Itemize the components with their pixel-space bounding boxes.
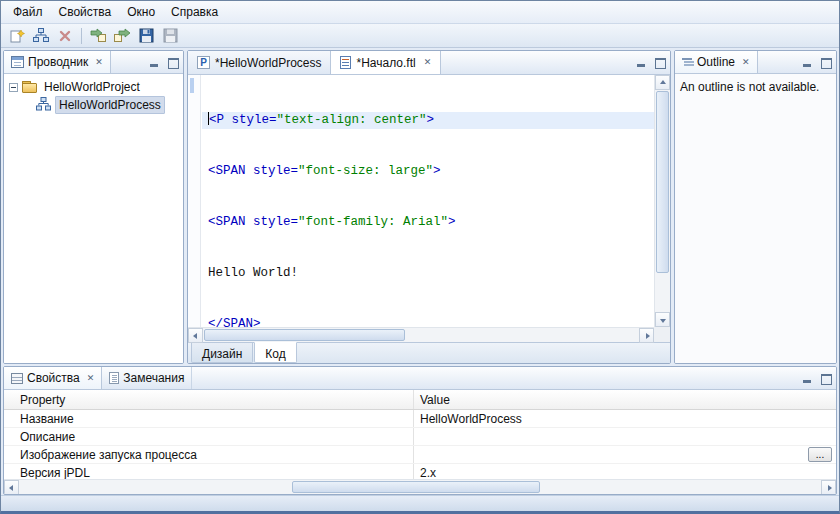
close-icon[interactable]: ✕: [742, 58, 750, 67]
minimize-icon[interactable]: [800, 56, 815, 69]
horizontal-scrollbar[interactable]: [188, 327, 654, 342]
maximize-icon[interactable]: [652, 56, 667, 69]
property-value[interactable]: ...: [414, 446, 836, 463]
properties-panel: Свойства ✕ Замечания Property Value Назв…: [3, 366, 837, 495]
property-value[interactable]: HelloWorldProcess: [414, 410, 836, 427]
menu-file[interactable]: Файл: [5, 2, 51, 22]
collapse-icon[interactable]: [9, 83, 18, 92]
project-label: HelloWorldProject: [41, 79, 143, 95]
scroll-right-icon[interactable]: [639, 328, 654, 343]
scrollbar-corner: [654, 327, 670, 342]
process-icon: [36, 97, 51, 114]
outline-message: An outline is not available.: [675, 74, 836, 363]
minimize-icon[interactable]: [634, 56, 649, 69]
menu-properties[interactable]: Свойства: [51, 2, 120, 22]
table-row[interactable]: Название HelloWorldProcess: [4, 410, 836, 428]
scroll-left-icon[interactable]: [188, 328, 203, 343]
code-line[interactable]: <SPAN style="font-family: Arial">: [208, 214, 654, 231]
explorer-icon: [11, 56, 24, 68]
annotation-ruler[interactable]: [188, 75, 201, 327]
vertical-scrollbar[interactable]: [654, 75, 670, 327]
application-window: Файл Свойства Окно Справка: [0, 0, 840, 514]
property-value[interactable]: 2.x: [414, 464, 836, 479]
outline-icon: [682, 57, 693, 68]
tree-item-project[interactable]: HelloWorldProject: [4, 78, 183, 96]
import-button[interactable]: [86, 25, 110, 47]
tab-helloworldprocess[interactable]: P *HelloWorldProcess: [188, 51, 331, 74]
close-icon[interactable]: ✕: [424, 58, 432, 67]
close-icon[interactable]: ✕: [87, 374, 95, 383]
save-all-button[interactable]: [158, 25, 182, 47]
tab-properties[interactable]: Свойства ✕: [4, 367, 102, 389]
scroll-right-icon[interactable]: [821, 480, 836, 495]
process-editor-icon: P: [197, 56, 210, 69]
folder-icon: [22, 81, 37, 93]
browse-button[interactable]: ...: [808, 447, 832, 462]
new-process-button[interactable]: [29, 25, 53, 47]
properties-horizontal-scrollbar[interactable]: [4, 479, 836, 494]
status-bar: [1, 495, 839, 511]
main-area: Проводник ✕ HelloWorldProject: [1, 48, 839, 366]
menu-bar: Файл Свойства Окно Справка: [1, 1, 839, 23]
editor-panel: P *HelloWorldProcess *Начало.ftl ✕ <P st…: [187, 50, 671, 364]
outline-header: Outline ✕: [675, 51, 836, 74]
scrollbar-thumb[interactable]: [204, 329, 405, 341]
minimize-icon[interactable]: [800, 372, 815, 385]
scroll-up-icon[interactable]: [655, 75, 670, 90]
code-editor[interactable]: <P style="text-align: center"> <SPAN sty…: [202, 75, 654, 327]
tab-design[interactable]: Дизайн: [191, 343, 253, 363]
explorer-panel: Проводник ✕ HelloWorldProject: [3, 50, 184, 364]
editor-tab-bar: P *HelloWorldProcess *Начало.ftl ✕: [188, 51, 670, 75]
column-header-property: Property: [4, 390, 414, 409]
project-tree: HelloWorldProject HelloWorldProcess: [4, 74, 183, 363]
property-name: Описание: [4, 428, 414, 445]
tab-notes[interactable]: Замечания: [102, 367, 192, 389]
property-value[interactable]: [414, 428, 836, 445]
scrollbar-thumb[interactable]: [656, 91, 669, 273]
notes-icon: [109, 372, 119, 384]
tab-code[interactable]: Код: [254, 342, 296, 363]
close-icon[interactable]: ✕: [95, 58, 103, 67]
form-file-icon: [340, 56, 351, 69]
properties-tab-label: Свойства: [27, 371, 80, 385]
table-header-row: Property Value: [4, 390, 836, 410]
table-row[interactable]: Описание: [4, 428, 836, 446]
table-row[interactable]: Изображение запуска процесса ...: [4, 446, 836, 464]
save-all-icon: [163, 28, 178, 43]
property-name: Изображение запуска процесса: [4, 446, 414, 463]
toolbar: [1, 23, 839, 48]
property-name: Название: [4, 410, 414, 427]
delete-button[interactable]: [53, 25, 77, 47]
maximize-icon[interactable]: [818, 372, 833, 385]
menu-help[interactable]: Справка: [163, 2, 226, 22]
maximize-icon[interactable]: [165, 56, 180, 69]
export-button[interactable]: [110, 25, 134, 47]
scrollbar-thumb[interactable]: [292, 481, 541, 493]
code-line[interactable]: <P style="text-align: center">: [202, 112, 654, 129]
tree-item-process[interactable]: HelloWorldProcess: [4, 96, 183, 114]
menu-window[interactable]: Окно: [119, 2, 163, 22]
new-wizard-icon: [9, 28, 25, 44]
scroll-left-icon[interactable]: [4, 480, 19, 495]
outline-panel: Outline ✕ An outline is not available.: [674, 50, 837, 364]
scroll-down-icon[interactable]: [655, 312, 670, 327]
column-header-value: Value: [414, 390, 836, 409]
properties-table: Property Value Название HelloWorldProces…: [4, 390, 836, 479]
minimize-icon[interactable]: [147, 56, 162, 69]
new-wizard-button[interactable]: [5, 25, 29, 47]
table-row[interactable]: Версия jPDL 2.x: [4, 464, 836, 479]
editor-body: <P style="text-align: center"> <SPAN sty…: [188, 75, 670, 342]
maximize-icon[interactable]: [818, 56, 833, 69]
code-line[interactable]: <SPAN style="font-size: large">: [208, 163, 654, 180]
tab-explorer[interactable]: Проводник ✕: [4, 51, 111, 73]
import-icon: [90, 28, 106, 43]
explorer-header: Проводник ✕: [4, 51, 183, 74]
editor-tab-label: *HelloWorldProcess: [215, 56, 321, 70]
code-line[interactable]: Hello World!: [208, 265, 654, 282]
save-button[interactable]: [134, 25, 158, 47]
code-line[interactable]: </SPAN>: [208, 316, 654, 327]
tab-outline[interactable]: Outline ✕: [675, 51, 758, 73]
tab-nachalo-ftl[interactable]: *Начало.ftl ✕: [331, 51, 441, 74]
export-icon: [114, 28, 130, 43]
editor-view-tabs: Дизайн Код: [188, 342, 670, 363]
